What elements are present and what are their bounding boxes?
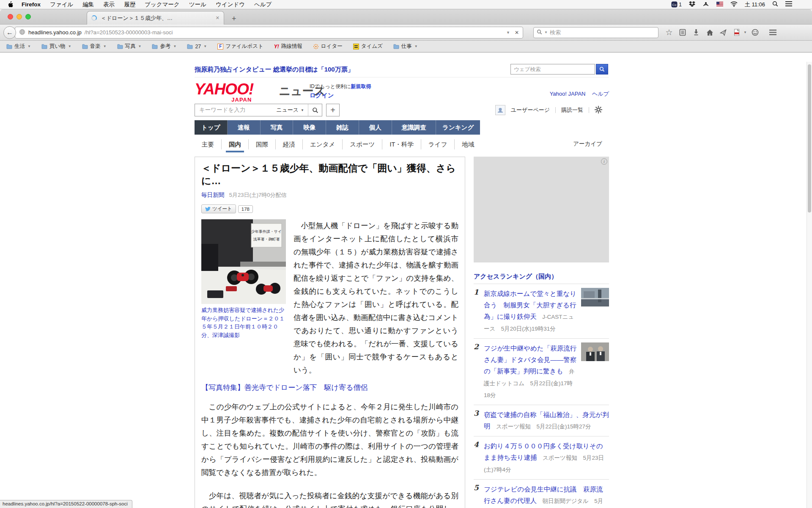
menu-item-tools[interactable]: ツール xyxy=(189,1,206,8)
new-tab-button[interactable]: + xyxy=(232,15,236,22)
close-window-button[interactable] xyxy=(8,14,13,19)
login-link[interactable]: ログイン xyxy=(310,92,334,99)
browser-search-box[interactable]: ▼ xyxy=(533,27,658,38)
tweet-count[interactable]: 178 xyxy=(238,205,253,213)
user-avatar-icon[interactable] xyxy=(495,105,505,115)
add-search-button[interactable]: + xyxy=(326,104,340,116)
yahoo-japan-link[interactable]: Yahoo! JAPAN xyxy=(550,91,586,97)
bookmark-times[interactable]: タイムズ xyxy=(353,43,383,50)
ranking-item-3[interactable]: 3 窃盗で逮捕の自称「福山雅治」、身元が判明 スポーツ報知 5月22日(金)15… xyxy=(474,405,609,436)
apple-menu-icon[interactable] xyxy=(8,1,13,8)
bookmark-folder-music[interactable]: 音楽▼ xyxy=(82,43,107,50)
news-search-button[interactable] xyxy=(308,104,322,116)
stop-loading-icon[interactable]: ✕ xyxy=(515,30,519,36)
bookmark-filepost[interactable]: F ファイルポスト xyxy=(217,43,263,50)
spotlight-icon[interactable] xyxy=(772,1,778,8)
bookmark-folder-work[interactable]: 仕事▼ xyxy=(393,43,418,50)
subnav-local[interactable]: 地域 xyxy=(454,139,481,149)
subnav-economy[interactable]: 経済 xyxy=(275,139,302,149)
photo-caption-link[interactable]: 威力業務妨害容疑で逮捕された少年から押収したドローン＝２０１５年５月２１日午前１… xyxy=(201,306,286,339)
nav-tab-top[interactable]: トップ xyxy=(195,120,228,135)
hotspot-icon[interactable] xyxy=(702,1,709,8)
drone-photo[interactable]: 少年事件課・サイ 浅草署・麹町署 xyxy=(201,219,286,304)
menu-item-window[interactable]: ウインドウ xyxy=(216,1,245,8)
browser-tab[interactable]: ＜ドローン＞１５歳少年、… ✕ xyxy=(87,11,224,25)
bookmark-star-icon[interactable]: ☆ xyxy=(664,27,674,38)
menu-item-file[interactable]: ファイル xyxy=(50,1,73,8)
news-search-scope[interactable]: ニュース ▼ xyxy=(272,106,308,114)
input-source-flag-icon[interactable] xyxy=(716,1,723,8)
scrollbar[interactable] xyxy=(807,62,812,508)
bookmark-folder-life[interactable]: 生活▼ xyxy=(6,43,31,50)
article-source-link[interactable]: 毎日新聞 xyxy=(201,192,224,198)
nav-tab-ranking[interactable]: ランキング xyxy=(436,120,480,135)
menu-clock[interactable]: 土 11:06 xyxy=(745,1,765,8)
web-search-button[interactable] xyxy=(596,64,608,75)
search-engine-dropdown-icon[interactable]: ▼ xyxy=(544,30,548,34)
photo-feature-link[interactable]: 【写真特集】善光寺でドローン落下 駆け寄る僧侶 xyxy=(201,381,458,394)
notification-center-icon[interactable] xyxy=(785,1,792,8)
bookmarks-list-icon[interactable] xyxy=(678,27,688,38)
bookmark-folder-shopping[interactable]: 買い物▼ xyxy=(41,43,71,50)
nav-tab-personal[interactable]: 個人 xyxy=(359,120,392,135)
menu-item-edit[interactable]: 編集 xyxy=(82,1,94,8)
share-icon[interactable] xyxy=(718,27,728,38)
bookmark-transit[interactable]: Y! 路線情報 xyxy=(274,43,302,50)
news-search-box[interactable]: キーワードを入力 ニュース ▼ xyxy=(195,104,322,116)
home-icon[interactable] xyxy=(705,27,715,38)
minimize-window-button[interactable] xyxy=(16,14,22,19)
yahoo-news-logo[interactable]: YAHOO! JAPAN ニュース xyxy=(195,81,325,97)
bookmark-folder-27[interactable]: 27▼ xyxy=(187,44,207,50)
subnav-world[interactable]: 国際 xyxy=(248,139,275,149)
zoom-window-button[interactable] xyxy=(25,14,31,19)
subnav-major[interactable]: 主要 xyxy=(195,139,221,149)
subnav-it-science[interactable]: IT・科学 xyxy=(382,139,420,149)
pdf-tool-dropdown-icon[interactable]: ▼ xyxy=(743,30,747,34)
downloads-icon[interactable] xyxy=(691,27,701,38)
ranking-thumbnail[interactable] xyxy=(581,288,609,306)
ranking-thumbnail[interactable] xyxy=(581,342,609,361)
ad-info-icon[interactable]: i xyxy=(601,158,607,165)
subnav-domestic[interactable]: 国内 xyxy=(221,139,248,149)
topics-headline-link[interactable]: 指原莉乃独占インタビュー 総選挙の目標は「100万票」 xyxy=(195,66,354,74)
scrollbar-thumb[interactable] xyxy=(808,64,811,213)
archive-link[interactable]: アーカイブ xyxy=(573,140,602,148)
ad-placeholder[interactable]: i xyxy=(474,157,609,262)
signup-link[interactable]: 新規取得 xyxy=(351,83,371,89)
menu-item-view[interactable]: 表示 xyxy=(103,1,115,8)
bookmark-folder-photo[interactable]: 写真▼ xyxy=(117,43,142,50)
pdf-converter-icon[interactable] xyxy=(732,27,742,38)
tweet-button[interactable]: ツイート xyxy=(201,204,236,213)
subscriptions-link[interactable]: 購読一覧 xyxy=(561,106,583,114)
tab-close-icon[interactable]: ✕ xyxy=(216,15,219,21)
ranking-item-5[interactable]: 5 フジテレビの会見生中継に抗議 萩原流行さん妻の代理人 朝日新聞デジタル 5月… xyxy=(474,479,609,508)
dropbox-icon[interactable] xyxy=(689,1,695,8)
back-button[interactable]: ← xyxy=(3,26,16,39)
menu-item-history[interactable]: 履歴 xyxy=(124,1,135,8)
creative-cloud-icon[interactable]: Cc 1 xyxy=(671,1,682,8)
menu-item-bookmarks[interactable]: ブックマーク xyxy=(145,1,180,8)
nav-tab-photo[interactable]: 写真 xyxy=(261,120,294,135)
menu-hamburger-icon[interactable] xyxy=(768,27,778,38)
subnav-sports[interactable]: スポーツ xyxy=(342,139,382,149)
settings-gear-icon[interactable] xyxy=(595,106,602,115)
nav-tab-poll[interactable]: 意識調査 xyxy=(392,120,436,135)
url-history-dropdown-icon[interactable]: ▼ xyxy=(506,30,510,35)
ranking-item-4[interactable]: 4 お釣り４万５０００円多く受け取りそのまま持ち去り逮捕 スポーツ報知 5月23… xyxy=(474,436,609,479)
ranking-item-2[interactable]: 2 フジが生中継やめた「萩原流行さん妻」ドタバタ会見――警察の「新事実」判明に驚… xyxy=(474,338,609,405)
browser-search-input[interactable] xyxy=(550,29,655,36)
subnav-life[interactable]: ライフ xyxy=(421,139,455,149)
wifi-icon[interactable] xyxy=(730,1,738,8)
nav-tab-flash[interactable]: 速報 xyxy=(228,120,261,135)
menu-item-firefox[interactable]: Firefox xyxy=(22,1,41,8)
userpage-link[interactable]: ユーザーページ xyxy=(511,106,550,114)
nav-tab-video[interactable]: 映像 xyxy=(293,120,326,135)
bookmark-folder-reference[interactable]: 参考▼ xyxy=(152,43,176,50)
smiley-extension-icon[interactable] xyxy=(750,27,760,38)
url-bar[interactable]: headlines.yahoo.co.jp/hl?a=20150523-0000… xyxy=(15,27,523,39)
subnav-entertainment[interactable]: エンタメ xyxy=(302,139,342,149)
ranking-item-1[interactable]: 1 新京成線ホームで堂々と重なり合う 制服男女「大胆すぎる行為」に撮り鉄仰天 J… xyxy=(474,284,609,338)
bookmark-reuters[interactable]: ロイター xyxy=(313,43,343,50)
menu-item-help[interactable]: ヘルプ xyxy=(254,1,272,8)
search-engine-icon[interactable] xyxy=(537,29,542,36)
